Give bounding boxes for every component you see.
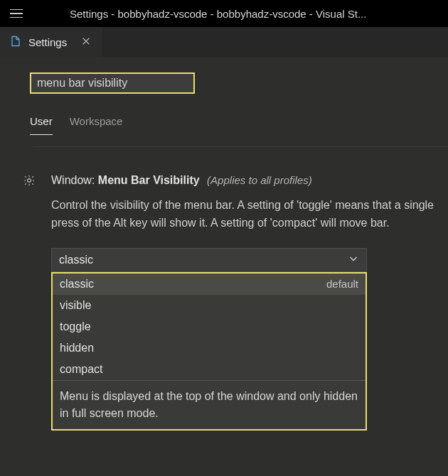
close-icon[interactable] bbox=[80, 35, 92, 50]
option-default: default bbox=[326, 278, 358, 291]
gear-icon[interactable] bbox=[23, 174, 36, 189]
option-label: visible bbox=[60, 299, 91, 312]
setting-description: Control the visibility of the menu bar. … bbox=[51, 197, 448, 232]
select-value: classic bbox=[59, 254, 93, 266]
option-label: toggle bbox=[60, 320, 91, 333]
menu-icon[interactable] bbox=[6, 3, 27, 24]
chevron-down-icon bbox=[348, 253, 359, 267]
setting-title: Window: Menu Bar Visibility bbox=[51, 174, 203, 186]
scope-tabs: User Workspace bbox=[30, 115, 448, 135]
titlebar: Settings - bobbyhadz-vscode - bobbyhadz-… bbox=[0, 0, 448, 27]
scope-user[interactable]: User bbox=[30, 115, 53, 135]
svg-point-0 bbox=[28, 179, 31, 183]
tab-settings[interactable]: Settings bbox=[0, 27, 102, 57]
option-label: classic bbox=[60, 278, 94, 291]
window-title: Settings - bobbyhadz-vscode - bobbyhadz-… bbox=[70, 8, 442, 20]
option-label: compact bbox=[60, 363, 102, 376]
editor-tabs: Settings bbox=[0, 27, 448, 57]
tab-label: Settings bbox=[28, 36, 67, 48]
settings-content: User Workspace Window: Menu Bar Visibili… bbox=[0, 57, 448, 476]
option-description: Menu is displayed at the top of the wind… bbox=[53, 380, 366, 429]
option-classic[interactable]: classic default bbox=[53, 274, 366, 295]
file-icon bbox=[10, 36, 21, 49]
option-label: hidden bbox=[60, 342, 94, 355]
search-input[interactable] bbox=[30, 72, 195, 94]
dropdown: classic default visible toggle hidden co… bbox=[51, 272, 367, 431]
option-compact[interactable]: compact bbox=[53, 359, 366, 380]
divider bbox=[33, 146, 448, 147]
scope-workspace[interactable]: Workspace bbox=[70, 115, 123, 135]
option-visible[interactable]: visible bbox=[53, 295, 366, 316]
setting-applies: (Applies to all profiles) bbox=[207, 174, 312, 186]
select-box[interactable]: classic bbox=[51, 248, 367, 272]
setting-prefix: Window: bbox=[51, 174, 98, 186]
option-hidden[interactable]: hidden bbox=[53, 337, 366, 359]
setting-item: Window: Menu Bar Visibility (Applies to … bbox=[30, 174, 448, 431]
setting-name: Menu Bar Visibility bbox=[98, 174, 200, 186]
option-toggle[interactable]: toggle bbox=[53, 316, 366, 337]
